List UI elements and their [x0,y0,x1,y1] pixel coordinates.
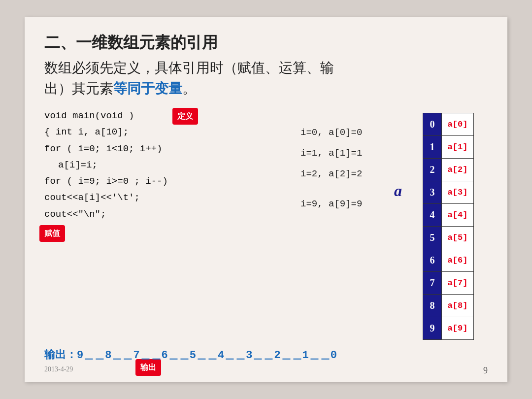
array-table: 0 a[0] 1 a[1] 2 a[2] 3 a[3] 4 a[4] 5 a[5… [423,113,474,340]
trace-line2: i=1, a[1]=1 [300,143,399,164]
code-line6: cout<<a[i]<<'\t'; [44,190,291,206]
array-index: 9 [423,317,442,340]
array-name: a[3] [442,181,474,204]
code-line3: for ( i=0; i<10; i++) [44,141,291,157]
array-label: a [394,182,402,200]
array-index: 7 [423,272,442,295]
array-name: a[7] [442,272,474,295]
array-row: 6 a[6] [423,249,474,272]
subtitle-text2: 出）其元素 [44,81,113,96]
subtitle-highlight: 等同于变量 [113,81,182,96]
code-line5: for ( i=9; i>=0 ; i--) [44,173,291,190]
array-index: 8 [423,295,442,317]
code-line4-wrapper: 赋值 a[i]=i; [44,157,291,173]
badge-define: 定义 [172,108,198,125]
subtitle-text1: 数组必须先定义，具体引用时（赋值、运算、输 [44,60,334,75]
code-line4: a[i]=i; [44,157,291,173]
array-index: 2 [423,159,442,181]
array-index: 3 [423,181,442,204]
trace-line4: i=9, a[9]=9 [300,194,399,215]
array-row: 4 a[4] [423,204,474,227]
array-index: 4 [423,204,442,227]
trace-line3: i=2, a[2]=2 [300,164,399,185]
array-name: a[2] [442,159,474,181]
array-row: 9 a[9] [423,317,474,340]
array-name: a[9] [442,317,474,340]
array-row: 3 a[3] [423,181,474,204]
content-area: 定义 void main(void ) { int i, a[10]; for … [44,108,488,340]
array-row: 5 a[5] [423,227,474,249]
code-line7-wrapper: cout<<"\n"; 输出 [44,206,291,223]
slide: 二、一维数组元素的引用 数组必须先定义，具体引用时（赋值、运算、输 出）其元素等… [25,17,507,382]
array-name: a[1] [442,136,474,159]
array-row: 2 a[2] [423,159,474,181]
array-row: 1 a[1] [423,136,474,159]
trace-line1: i=0, a[0]=0 [300,123,399,143]
array-name: a[0] [442,113,474,136]
array-name: a[5] [442,227,474,249]
slide-title: 二、一维数组元素的引用 [44,32,488,54]
code-line1: void main(void ) [44,108,291,124]
left-panel: 定义 void main(void ) { int i, a[10]; for … [44,108,291,340]
trace-panel: i=0, a[0]=0 i=1, a[1]=1 i=2, a[2]=2 i=9,… [300,108,399,340]
array-index: 1 [423,136,442,159]
footer-page: 9 [483,366,488,376]
subtitle-end: 。 [182,81,196,96]
array-name: a[8] [442,295,474,317]
badge-assign: 赋值 [39,225,65,242]
output-line: 输出：9＿＿8＿＿7＿＿6＿＿5＿＿4＿＿3＿＿2＿＿1＿＿0 [44,347,337,362]
array-index: 6 [423,249,442,272]
array-row: 8 a[8] [423,295,474,317]
array-index: 0 [423,113,442,136]
code-block: 定义 void main(void ) { int i, a[10]; for … [44,108,291,239]
footer-date: 2013-4-29 [44,366,73,376]
footer: 2013-4-29 9 [25,366,507,376]
slide-subtitle: 数组必须先定义，具体引用时（赋值、运算、输 出）其元素等同于变量。 [44,58,488,99]
array-diagram: a 0 a[0] 1 a[1] 2 a[2] 3 a[3] 4 a[4] 5 a… [409,108,488,340]
array-name: a[4] [442,204,474,227]
array-row: 7 a[7] [423,272,474,295]
array-row: 0 a[0] [423,113,474,136]
code-line2: { int i, a[10]; [44,124,291,140]
code-line8: } [44,223,291,239]
array-name: a[6] [442,249,474,272]
array-index: 5 [423,227,442,249]
